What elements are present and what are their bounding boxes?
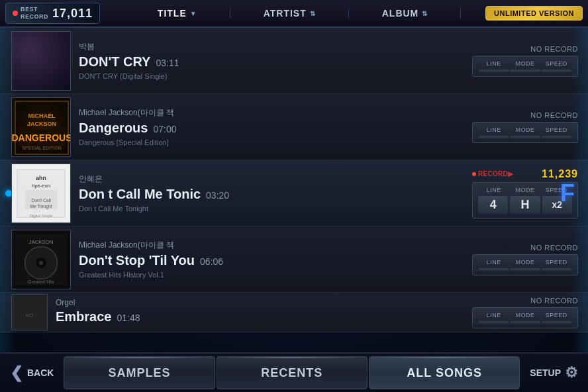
svg-rect-0 [12, 32, 71, 91]
svg-text:MICHAEL: MICHAEL [28, 113, 56, 119]
lms-line-header: LINE [478, 259, 509, 266]
lms-speed-header: SPEED [541, 259, 572, 266]
no-record-4: NO RECORD [472, 244, 578, 252]
lms-line-val [479, 70, 509, 72]
back-button[interactable]: ❮ BACK [0, 358, 64, 387]
record-section-4: NO RECORD LINE MODE SPEED [472, 244, 578, 275]
song-list: 박봄 DON'T CRY 박봄 DON'T CRY 03:11 DON'T CR… [0, 28, 588, 352]
best-record-section: BEST RECORD 17,011 [5, 3, 100, 24]
setup-button[interactable]: SETUP ⚙ [520, 359, 588, 387]
album-art-2: MICHAEL JACKSON DANGEROUS SPECIAL EDITIO… [11, 97, 71, 157]
lms-speed-header: SPEED [541, 60, 572, 67]
album-sort-arrow: ⇅ [422, 10, 428, 17]
record-section-1: NO RECORD LINE MODE SPEED [472, 45, 578, 77]
song-album-4: Greatest Hits History Vol.1 [79, 271, 464, 279]
song-artist-1: 박봄 [79, 41, 464, 52]
song-title-1: DON'T CRY [79, 54, 150, 70]
unlimited-badge: UNLIMITED VERSION [485, 6, 583, 21]
best-record-value: 17,011 [52, 7, 93, 21]
lms-mode-header: MODE [509, 259, 540, 266]
song-artist-5: Orgel [56, 298, 464, 307]
gear-icon: ⚙ [565, 364, 578, 381]
svg-point-25 [39, 260, 43, 264]
song-duration-1: 03:11 [156, 58, 179, 68]
lms-line-val-filled: 4 [478, 196, 508, 214]
lms-speed-val [542, 268, 571, 271]
album-art-4: JACKSON Greatest Hits [11, 230, 71, 289]
song-row[interactable]: NO Orgel Embrace 01:48 NO RECORD LINE MO… [0, 293, 588, 332]
svg-text:DON'T CRY: DON'T CRY [31, 83, 52, 87]
song-duration-4: 06:06 [200, 256, 223, 267]
back-label: BACK [27, 368, 54, 378]
recents-button[interactable]: RECENTS [217, 356, 368, 389]
best-record-label: BEST RECORD [21, 6, 48, 21]
song-title-5: Embrace [56, 309, 112, 324]
sort-album-tab[interactable]: ALBUM ⇅ [349, 4, 462, 23]
lms-speed-val [542, 321, 571, 324]
sort-tabs: TITLE ▼ ATRTIST ⇅ ALBUM ⇅ [100, 4, 485, 23]
lms-line-header: LINE [478, 187, 509, 193]
lms-line-header: LINE [478, 126, 509, 133]
lms-mode-val [510, 70, 540, 72]
song-artist-2: Michael Jackson(마이클 잭 [79, 107, 464, 119]
record-section-5: NO RECORD LINE MODE SPEED [472, 297, 578, 328]
record-label-3: RECORD▶ [478, 170, 513, 177]
record-section-2: NO RECORD LINE MODE SPEED [472, 111, 578, 143]
sort-artist-tab[interactable]: ATRTIST ⇅ [230, 4, 349, 23]
song-info-2: Michael Jackson(마이클 잭 Dangerous 07:00 Da… [79, 107, 464, 146]
song-title-2: Dangerous [79, 121, 148, 136]
lms-line-header: LINE [478, 60, 509, 67]
song-duration-3: 03:20 [206, 190, 229, 201]
setup-label: SETUP [530, 368, 561, 378]
lms-speed-header: SPEED [541, 126, 572, 133]
song-title-3: Don t Call Me Tonic [79, 187, 201, 202]
song-row[interactable]: 박봄 DON'T CRY 박봄 DON'T CRY 03:11 DON'T CR… [0, 28, 588, 94]
lms-speed-header: SPEED [541, 312, 572, 318]
album-art-1: 박봄 DON'T CRY [11, 31, 71, 91]
no-record-1: NO RECORD [472, 45, 578, 53]
song-info-4: Michael Jackson(마이클 잭 Don't Stop 'Til Yo… [79, 240, 464, 279]
lms-line-header: LINE [478, 312, 509, 318]
nav-buttons: SAMPLES RECENTS ALL SONGS [64, 356, 520, 389]
samples-button[interactable]: SAMPLES [64, 356, 215, 389]
song-row[interactable]: JACKSON Greatest Hits Michael Jackson(마이… [0, 226, 588, 293]
svg-text:JACKSON: JACKSON [27, 121, 56, 127]
song-duration-2: 07:00 [153, 124, 176, 134]
lms-bar-1: LINE MODE SPEED [472, 56, 578, 77]
record-dot-small [472, 172, 476, 176]
song-album-3: Don t Call Me Tonight [79, 205, 464, 213]
svg-text:Don't Call: Don't Call [31, 197, 51, 202]
svg-text:박봄: 박봄 [37, 75, 46, 81]
album-art-5: NO [11, 294, 48, 330]
back-arrow-icon: ❮ [10, 364, 23, 382]
album-art-3: ahn hye-eun Don't Call Me Tonight Digita… [11, 164, 71, 223]
svg-point-1 [30, 42, 54, 72]
no-record-5: NO RECORD [472, 297, 578, 305]
svg-text:NO: NO [25, 313, 33, 318]
lms-speed-val [542, 136, 571, 138]
lms-mode-header: MODE [509, 187, 540, 193]
svg-text:DANGEROUS: DANGEROUS [12, 132, 71, 143]
lms-line-val [479, 136, 509, 138]
lms-line-val [479, 268, 509, 271]
song-artist-4: Michael Jackson(마이클 잭 [79, 240, 464, 251]
song-row-active[interactable]: ahn hye-eun Don't Call Me Tonight Digita… [0, 160, 588, 226]
sort-title-tab[interactable]: TITLE ▼ [124, 4, 230, 23]
lms-mode-header: MODE [509, 126, 540, 133]
song-title-4: Don't Stop 'Til You [79, 253, 195, 268]
lms-bar-2: LINE MODE SPEED [472, 122, 578, 143]
lms-line-val [479, 321, 509, 324]
svg-text:Greatest Hits: Greatest Hits [28, 279, 54, 284]
lms-mode-val-filled: H [510, 196, 540, 214]
lms-mode-val [510, 268, 540, 271]
song-row[interactable]: MICHAEL JACKSON DANGEROUS SPECIAL EDITIO… [0, 94, 588, 160]
artist-sort-arrow: ⇅ [310, 10, 316, 17]
song-info-1: 박봄 DON'T CRY 03:11 DON'T CRY (Digital Si… [79, 41, 464, 80]
grade-badge: F [560, 179, 575, 207]
song-artist-3: 안혜은 [79, 173, 464, 185]
svg-text:Digital Single: Digital Single [30, 214, 52, 218]
record-score-3: 11,239 [542, 168, 578, 180]
svg-text:hye-eun: hye-eun [32, 183, 50, 189]
lms-mode-header: MODE [509, 60, 540, 67]
all-songs-button[interactable]: ALL SONGS [369, 356, 520, 389]
